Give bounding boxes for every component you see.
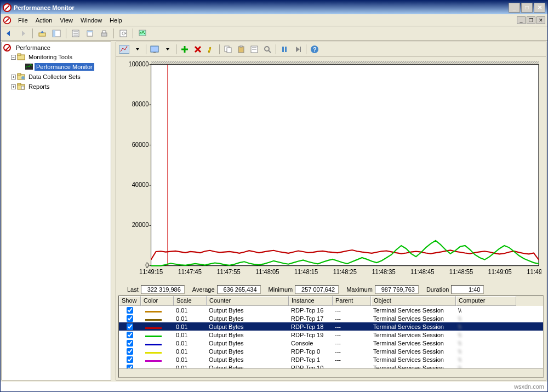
- collapse-icon[interactable]: −: [11, 55, 16, 60]
- display-button[interactable]: [149, 43, 161, 55]
- menu-action[interactable]: Action: [32, 16, 56, 25]
- tree-data-collector-sets[interactable]: + Data Collector Sets: [3, 72, 110, 82]
- table-row[interactable]: 0,01Output BytesRDP-Tcp 19---Terminal Se…: [119, 331, 543, 339]
- show-checkbox[interactable]: [127, 323, 133, 330]
- svg-text:11:48:25: 11:48:25: [333, 268, 357, 275]
- table-row[interactable]: 0,01Output BytesRDP-Tcp 10---Terminal Se…: [119, 363, 543, 368]
- menu-view[interactable]: View: [56, 16, 76, 25]
- show-checkbox[interactable]: [127, 356, 133, 363]
- counter-cell: Output Bytes: [207, 307, 289, 314]
- freeze-button[interactable]: [278, 43, 290, 55]
- close-button[interactable]: ✕: [534, 3, 545, 13]
- menu-help[interactable]: Help: [106, 16, 125, 25]
- mdi-close-button[interactable]: ✕: [536, 16, 545, 24]
- svg-point-19: [21, 76, 25, 79]
- table-row[interactable]: 0,01Output BytesRDP-Tcp 17---Terminal Se…: [119, 314, 543, 322]
- svg-rect-2: [53, 30, 55, 37]
- back-button[interactable]: [3, 27, 15, 39]
- dropdown-icon[interactable]: [162, 43, 174, 55]
- chart-area[interactable]: 02000040000600008000010000011:49:1511:47…: [116, 56, 546, 283]
- header-computer[interactable]: Computer: [456, 296, 516, 306]
- tree-performance-monitor[interactable]: Performance Monitor: [3, 62, 110, 72]
- grid-body[interactable]: 0,01Output BytesRDP-Tcp 16---Terminal Se…: [119, 306, 543, 368]
- show-checkbox[interactable]: [127, 332, 133, 338]
- counter-cell: Output Bytes: [207, 348, 289, 355]
- highlight-button[interactable]: [205, 43, 217, 55]
- mdi-app-icon: [3, 16, 11, 24]
- show-checkbox[interactable]: [127, 315, 133, 322]
- object-cell: Terminal Services Session: [371, 340, 456, 346]
- dropdown-icon[interactable]: [132, 43, 144, 55]
- minimize-button[interactable]: _: [509, 3, 520, 13]
- refresh-button[interactable]: ⟳: [117, 27, 129, 39]
- table-row[interactable]: 0,01Output BytesRDP-Tcp 1---Terminal Ser…: [119, 355, 543, 363]
- instance-cell: RDP-Tcp 19: [289, 332, 333, 338]
- up-button[interactable]: [36, 27, 48, 39]
- menu-file[interactable]: File: [15, 16, 31, 25]
- update-button[interactable]: [292, 43, 304, 55]
- tree-root[interactable]: Performance: [3, 43, 110, 52]
- splitter[interactable]: [112, 41, 115, 382]
- paste-button[interactable]: [235, 43, 247, 55]
- table-row[interactable]: 0,01Output BytesRDP-Tcp 18---Terminal Se…: [119, 322, 543, 331]
- instance-cell: RDP-Tcp 0: [289, 348, 333, 355]
- grid-header: Show Color Scale Counter Instance Parent…: [119, 296, 543, 306]
- svg-text:60000: 60000: [132, 141, 149, 147]
- header-object[interactable]: Object: [371, 296, 456, 306]
- export-button[interactable]: [84, 27, 96, 39]
- show-checkbox[interactable]: [127, 307, 133, 314]
- min-label: Minimum: [269, 286, 293, 293]
- table-row[interactable]: 0,01Output BytesConsole---Terminal Servi…: [119, 339, 543, 347]
- svg-text:11:48:55: 11:48:55: [449, 268, 473, 275]
- add-counter-button[interactable]: [179, 43, 191, 55]
- copy-button[interactable]: [222, 43, 234, 55]
- svg-rect-41: [151, 65, 539, 266]
- menu-window[interactable]: Window: [77, 16, 105, 25]
- header-show[interactable]: Show: [119, 296, 141, 306]
- maximize-button[interactable]: □: [521, 3, 533, 13]
- svg-rect-29: [240, 46, 242, 47]
- delete-counter-button[interactable]: [192, 43, 204, 55]
- view-graph-button[interactable]: [118, 43, 130, 55]
- tree-monitoring-tools[interactable]: − Monitoring Tools: [3, 52, 110, 62]
- monitor-button[interactable]: [136, 27, 149, 39]
- zoom-button[interactable]: [261, 43, 273, 55]
- expand-icon[interactable]: +: [11, 75, 16, 79]
- avg-value: 636 265,434: [217, 285, 261, 294]
- header-counter[interactable]: Counter: [207, 296, 289, 306]
- tree-reports[interactable]: + Reports: [3, 82, 110, 92]
- forward-button[interactable]: [17, 27, 29, 39]
- horizontal-scrollbar[interactable]: [119, 368, 543, 377]
- help-button[interactable]: ?: [309, 43, 321, 55]
- properties-button[interactable]: [70, 27, 82, 39]
- avg-label: Average: [192, 286, 215, 293]
- show-checkbox[interactable]: [127, 365, 133, 369]
- color-swatch: [145, 327, 162, 329]
- svg-rect-18: [18, 73, 21, 75]
- tree-panel[interactable]: Performance − Monitoring Tools Performan…: [2, 42, 111, 380]
- expand-icon[interactable]: +: [11, 84, 16, 89]
- properties-button[interactable]: [248, 43, 260, 55]
- show-checkbox[interactable]: [127, 340, 133, 346]
- header-color[interactable]: Color: [141, 296, 174, 306]
- svg-rect-25: [153, 52, 156, 53]
- show-hide-tree-button[interactable]: [50, 27, 62, 39]
- table-row[interactable]: 0,01Output BytesRDP-Tcp 16---Terminal Se…: [119, 306, 543, 314]
- computer-cell: \\: [456, 315, 516, 322]
- mdi-minimize-button[interactable]: _: [517, 16, 526, 24]
- counter-cell: Output Bytes: [207, 315, 289, 322]
- header-parent[interactable]: Parent: [333, 296, 371, 306]
- svg-text:20000: 20000: [132, 221, 149, 228]
- svg-rect-21: [18, 83, 21, 85]
- perf-icon: [3, 44, 11, 52]
- table-row[interactable]: 0,01Output BytesRDP-Tcp 0---Terminal Ser…: [119, 347, 543, 355]
- mdi-restore-button[interactable]: ❐: [527, 16, 535, 24]
- print-button[interactable]: [98, 27, 110, 39]
- svg-text:11:48:05: 11:48:05: [255, 268, 279, 275]
- show-checkbox[interactable]: [127, 348, 133, 355]
- header-instance[interactable]: Instance: [289, 296, 333, 306]
- svg-text:0: 0: [145, 262, 149, 269]
- color-swatch: [145, 360, 162, 362]
- header-scale[interactable]: Scale: [174, 296, 207, 306]
- scale-cell: 0,01: [174, 365, 207, 369]
